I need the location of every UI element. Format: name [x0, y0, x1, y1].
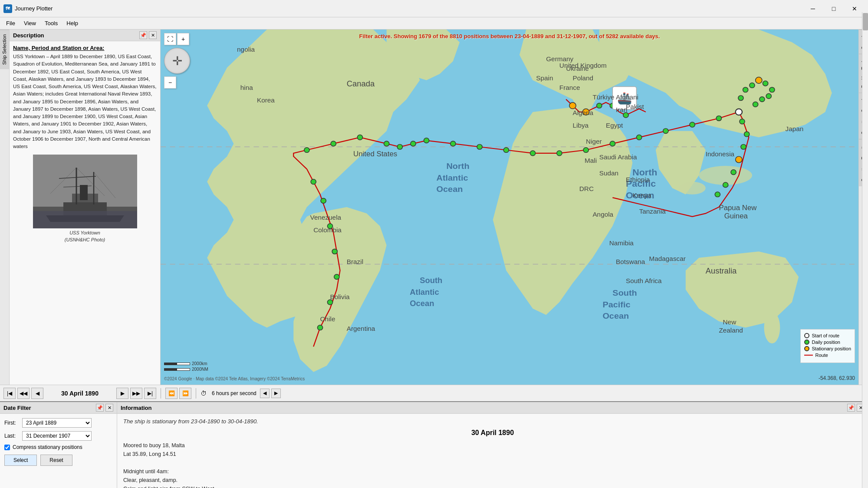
- svg-point-25: [690, 122, 695, 127]
- menu-view[interactable]: View: [20, 18, 40, 28]
- select-button[interactable]: Select: [4, 455, 37, 466]
- play-backward-button[interactable]: ⏪: [165, 388, 178, 399]
- svg-text:Angola: Angola: [592, 211, 613, 218]
- svg-text:Canada: Canada: [347, 80, 375, 89]
- svg-point-66: [756, 77, 762, 84]
- svg-point-56: [741, 144, 746, 149]
- svg-point-42: [569, 102, 576, 109]
- timeline-next-button[interactable]: ▶: [116, 388, 128, 399]
- timeline-last-button[interactable]: ▶|: [144, 388, 156, 399]
- svg-text:United States: United States: [353, 150, 397, 158]
- legend-daily-label: Daily position: [812, 340, 840, 345]
- timeline-speed-icon: ⏱: [201, 390, 207, 397]
- map-controls: ⛶ + −: [164, 33, 190, 89]
- svg-point-24: [716, 116, 721, 121]
- date-filter-header: Date Filter 📌 ✕: [0, 402, 117, 414]
- speed-up-button[interactable]: ▶: [271, 389, 281, 398]
- panel-close-button[interactable]: ✕: [149, 31, 157, 39]
- svg-text:Algeria: Algeria: [572, 109, 593, 117]
- last-date-select[interactable]: 31 December 1907: [22, 431, 92, 441]
- svg-point-47: [311, 179, 316, 185]
- last-label: Last:: [4, 433, 20, 439]
- svg-text:Ocean: Ocean: [602, 311, 629, 320]
- first-date-select[interactable]: 23 April 1889: [22, 418, 92, 428]
- svg-text:Pakist: Pakist: [626, 103, 644, 110]
- svg-point-37: [397, 144, 402, 149]
- svg-point-40: [331, 141, 336, 146]
- svg-rect-13: [33, 211, 137, 228]
- svg-text:Atlantic: Atlantic: [410, 288, 439, 297]
- svg-point-27: [637, 135, 642, 140]
- svg-text:Australia: Australia: [706, 267, 736, 276]
- svg-text:Ocean: Ocean: [410, 299, 434, 308]
- info-scrollbar[interactable]: [862, 12, 868, 488]
- minimize-button[interactable]: ─: [803, 3, 823, 15]
- date-filter-content: First: 23 April 1889 Last: 31 December 1…: [0, 414, 117, 470]
- svg-point-67: [750, 83, 755, 88]
- svg-point-60: [715, 192, 720, 197]
- svg-point-30: [557, 151, 562, 156]
- map-zoom-out-button[interactable]: −: [164, 76, 176, 89]
- svg-text:Libya: Libya: [572, 122, 589, 129]
- legend-stationary: Stationary position: [804, 346, 852, 351]
- legend-daily: Daily position: [804, 340, 852, 345]
- svg-text:Niger: Niger: [586, 138, 602, 145]
- svg-text:North: North: [447, 162, 470, 171]
- speed-down-button[interactable]: ◀: [260, 389, 270, 398]
- timeline-date: 30 April 1890: [45, 390, 115, 397]
- svg-text:Ocean: Ocean: [437, 184, 463, 193]
- info-pin-button[interactable]: 📌: [847, 404, 855, 412]
- date-filter-close-button[interactable]: ✕: [105, 404, 113, 412]
- reset-button[interactable]: Reset: [40, 455, 72, 466]
- svg-point-32: [503, 148, 509, 153]
- timeline-next-big-button[interactable]: ▶▶: [130, 388, 142, 399]
- ship-selection-tab[interactable]: Ship Selection: [0, 30, 9, 69]
- svg-text:Saudi Arabia: Saudi Arabia: [599, 154, 637, 161]
- svg-point-65: [763, 81, 768, 86]
- svg-text:Botswana: Botswana: [616, 258, 645, 266]
- svg-point-68: [743, 87, 748, 92]
- svg-point-46: [623, 112, 628, 118]
- window-controls: ─ □ ✕: [803, 3, 865, 15]
- map-filter-text: Filter active. Showing 1679 of the 8810 …: [359, 33, 660, 40]
- timeline-first-button[interactable]: |◀: [3, 388, 16, 399]
- play-forward-button[interactable]: ⏩: [179, 388, 191, 399]
- svg-point-63: [766, 94, 771, 99]
- maximize-button[interactable]: □: [824, 3, 844, 15]
- info-detail: Moored to buoy 18, Malta Lat 35.89, Long…: [123, 441, 862, 488]
- first-label: First:: [4, 420, 20, 426]
- map-container[interactable]: 🚢 North Pacific Ocean North Atlantic Oce…: [161, 30, 858, 385]
- title-bar: 🗺 Journey Plotter ─ □ ✕: [0, 0, 868, 17]
- svg-text:Mali: Mali: [585, 157, 597, 164]
- timeline-prev-button[interactable]: ◀: [31, 388, 43, 399]
- svg-text:South Africa: South Africa: [626, 277, 662, 285]
- date-filter-header-controls: 📌 ✕: [96, 404, 113, 412]
- svg-text:Türkiye: Türkiye: [592, 93, 614, 101]
- svg-point-19: [764, 312, 780, 343]
- timeline-prev-big-button[interactable]: ◀◀: [17, 388, 30, 399]
- map-zoom-in-button[interactable]: +: [177, 33, 189, 45]
- svg-point-52: [327, 300, 332, 305]
- svg-text:Germany: Germany: [546, 55, 573, 63]
- svg-point-29: [583, 148, 589, 153]
- svg-text:ngolia: ngolia: [237, 46, 255, 53]
- date-filter-pin-button[interactable]: 📌: [96, 404, 104, 412]
- panel-pin-button[interactable]: 📌: [139, 31, 147, 39]
- svg-point-55: [744, 132, 750, 137]
- svg-point-48: [321, 198, 326, 204]
- panel-header-controls: 📌 ✕: [139, 31, 157, 39]
- menu-tools[interactable]: Tools: [40, 18, 62, 28]
- menu-file[interactable]: File: [2, 18, 20, 28]
- map-coordinates: -54.368, 62.930: [819, 375, 855, 381]
- map-attribution: ©2024 Google · Map data ©2024 Tele Atlas…: [164, 376, 305, 381]
- compress-checkbox[interactable]: [4, 445, 10, 450]
- menu-help[interactable]: Help: [62, 18, 82, 28]
- svg-text:Tanzania: Tanzania: [639, 208, 666, 215]
- info-panel-title: Information: [121, 405, 152, 411]
- map-fullscreen-button[interactable]: ⛶: [164, 33, 176, 45]
- description-panel-content: Name, Period and Station or Area: USS Yo…: [10, 41, 160, 385]
- description-panel: Description 📌 ✕ Name, Period and Station…: [10, 30, 161, 385]
- legend-route-line: [804, 355, 813, 356]
- compass-control[interactable]: [164, 48, 190, 74]
- svg-text:hina: hina: [240, 84, 253, 91]
